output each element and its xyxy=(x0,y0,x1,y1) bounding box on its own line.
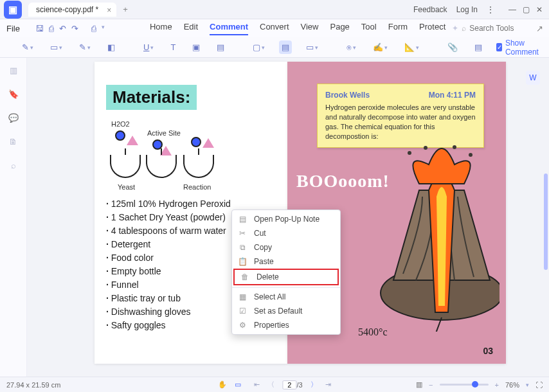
scissors-icon: ✂ xyxy=(237,229,248,238)
save-icon[interactable]: 🖫 xyxy=(35,24,44,33)
maximize-icon[interactable]: ▢ xyxy=(523,5,530,14)
document-tab[interactable]: science-copy.pdf * × xyxy=(28,3,116,17)
measure-tool[interactable]: 📐▾ xyxy=(402,40,422,54)
bookmarks-icon[interactable]: 🔖 xyxy=(8,89,19,99)
svg-point-4 xyxy=(469,153,473,157)
tab-comment[interactable]: Comment xyxy=(210,22,248,35)
print-icon[interactable]: ⎙ xyxy=(49,24,54,33)
trash-icon: 🗑 xyxy=(240,272,250,281)
minimize-icon[interactable]: — xyxy=(509,5,516,14)
active-site-label: Active Site xyxy=(147,129,181,137)
note-tool[interactable]: ✎▾ xyxy=(19,40,36,54)
note-icon: ▤ xyxy=(237,215,248,224)
tab-convert[interactable]: Convert xyxy=(260,22,289,35)
tab-title: science-copy.pdf * xyxy=(36,5,98,14)
tab-protect[interactable]: Protect xyxy=(419,22,446,35)
vertical-scrollbar[interactable] xyxy=(544,174,548,270)
tab-form[interactable]: Form xyxy=(388,22,408,35)
zoom-in-icon[interactable]: + xyxy=(495,381,499,389)
hand-tool-icon[interactable]: ✋ xyxy=(218,380,227,389)
attach-tool[interactable]: 📎 xyxy=(445,40,460,54)
view-mode-icon[interactable]: ▥ xyxy=(416,380,422,389)
comments-panel-icon[interactable]: 💬 xyxy=(8,113,19,123)
quickprint-icon[interactable]: ⎙ xyxy=(91,24,96,33)
chevron-down-icon[interactable]: ▾ xyxy=(102,24,105,33)
more-tools[interactable]: ▤ xyxy=(472,40,485,54)
zoom-value: 76% xyxy=(505,381,519,389)
close-tab-icon[interactable]: × xyxy=(107,6,111,15)
ctx-open-popup[interactable]: ▤Open Pop-Up Note xyxy=(232,212,340,226)
pencil-tool[interactable]: ✎▾ xyxy=(76,40,93,54)
typewriter-tool[interactable]: T xyxy=(168,40,178,54)
ctx-cut[interactable]: ✂Cut xyxy=(232,226,340,240)
prev-page-icon[interactable]: 〈 xyxy=(267,380,274,389)
more-icon[interactable]: ⋮ xyxy=(487,5,494,14)
ctx-copy[interactable]: ⧉Copy xyxy=(232,240,340,254)
select-all-icon: ▦ xyxy=(237,292,248,301)
thumbnails-icon[interactable]: ▥ xyxy=(10,66,17,75)
fullscreen-icon[interactable]: ⛶ xyxy=(536,381,543,389)
materials-heading: Materials: xyxy=(106,85,197,110)
svg-point-3 xyxy=(453,145,456,149)
svg-point-2 xyxy=(424,146,428,150)
chevron-down-icon[interactable]: ▾ xyxy=(526,382,529,388)
tab-edit[interactable]: Edit xyxy=(184,22,198,35)
shape-tool[interactable]: ▢▾ xyxy=(250,40,267,54)
redo-icon[interactable]: ↷ xyxy=(71,24,78,33)
comment-popup[interactable]: Brook Wells Mon 4:11 PM Hydrogen peroxid… xyxy=(317,84,484,148)
search-panel-icon[interactable]: ⌕ xyxy=(11,161,16,170)
first-page-icon[interactable]: ⇤ xyxy=(254,380,260,389)
feedback-link[interactable]: Feedback xyxy=(413,5,447,14)
volcano-illustration xyxy=(358,145,500,332)
zoom-out-icon[interactable]: − xyxy=(429,381,433,389)
gear-icon: ⚙ xyxy=(237,321,248,330)
show-comment-label: Show Comment xyxy=(505,39,541,57)
attachments-icon[interactable]: 🗎 xyxy=(9,137,17,147)
tab-view[interactable]: View xyxy=(301,22,319,35)
ctx-set-default[interactable]: ☑Set as Default xyxy=(232,304,340,318)
ctx-select-all[interactable]: ▦Select All xyxy=(232,290,340,304)
svg-point-1 xyxy=(408,151,411,155)
undo-icon[interactable]: ↶ xyxy=(59,24,66,33)
ctx-paste[interactable]: 📋Paste xyxy=(232,254,340,269)
file-menu[interactable]: File xyxy=(6,24,20,33)
comment-author: Brook Wells xyxy=(325,91,370,100)
h2o2-label: H2O2 xyxy=(111,120,130,128)
page-input[interactable] xyxy=(282,380,296,389)
copy-icon: ⧉ xyxy=(237,243,248,252)
tab-tool[interactable]: Tool xyxy=(361,22,377,35)
wand-icon[interactable]: ✦ xyxy=(452,24,458,33)
stamp-tool[interactable]: ⍟▾ xyxy=(344,40,359,54)
zoom-slider[interactable] xyxy=(440,384,489,386)
next-page-icon[interactable]: 〉 xyxy=(310,380,318,389)
eraser-tool[interactable]: ◧ xyxy=(105,40,118,54)
reaction-label: Reaction xyxy=(183,183,211,191)
close-window-icon[interactable]: ✕ xyxy=(536,5,543,14)
search-input[interactable] xyxy=(469,24,522,33)
ctx-properties[interactable]: ⚙Properties xyxy=(232,318,340,332)
share-icon[interactable]: ↗ xyxy=(536,24,543,33)
select-tool-icon[interactable]: ▭ xyxy=(235,380,241,389)
list-item: 125ml 10% Hydrogen Peroxid xyxy=(106,197,276,211)
tab-page[interactable]: Page xyxy=(330,22,349,35)
highlight-tool[interactable]: ▭▾ xyxy=(48,40,65,54)
area-highlight-tool[interactable]: ▤ xyxy=(214,40,227,54)
textbox-tool[interactable]: ▣ xyxy=(190,40,203,54)
login-link[interactable]: Log In xyxy=(456,5,478,14)
comment-time: Mon 4:11 PM xyxy=(429,91,476,100)
clipboard-icon: 📋 xyxy=(237,257,248,266)
new-tab-button[interactable]: + xyxy=(123,4,128,14)
underline-tool[interactable]: U▾ xyxy=(141,40,156,54)
sticky-note-tool[interactable]: ▤ xyxy=(279,40,292,54)
tab-home[interactable]: Home xyxy=(150,22,172,35)
show-comment-checkbox[interactable]: ✓ xyxy=(496,43,502,51)
last-page-icon[interactable]: ⇥ xyxy=(325,380,331,389)
app-logo: ▣ xyxy=(4,1,22,19)
callout-tool[interactable]: ▭▾ xyxy=(303,40,321,54)
page-total: /3 xyxy=(296,381,302,389)
signature-tool[interactable]: ✍▾ xyxy=(370,40,390,54)
word-export-badge[interactable]: W xyxy=(526,71,540,85)
page-number: 03 xyxy=(483,346,493,356)
ctx-delete[interactable]: 🗑Delete xyxy=(233,269,339,285)
search-icon: ⌕ xyxy=(462,24,466,33)
